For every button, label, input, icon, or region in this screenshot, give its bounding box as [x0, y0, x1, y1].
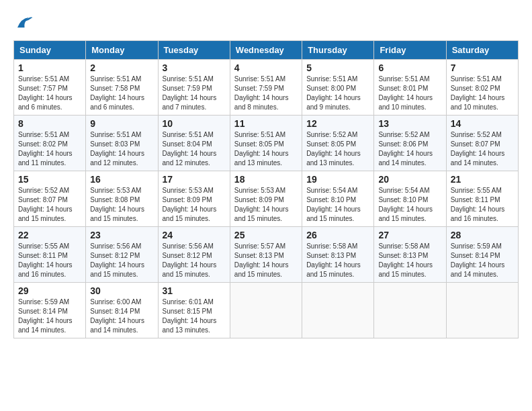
calendar-day-cell: 1Sunrise: 5:51 AMSunset: 7:57 PMDaylight… — [14, 60, 86, 116]
day-number: 22 — [18, 230, 81, 240]
day-number: 4 — [234, 62, 298, 73]
day-info: Sunrise: 5:51 AMSunset: 8:04 PMDaylight:… — [163, 130, 226, 168]
calendar-week-row: 29Sunrise: 5:59 AMSunset: 8:14 PMDayligh… — [14, 283, 519, 338]
calendar-day-cell: 11Sunrise: 5:51 AMSunset: 8:05 PMDayligh… — [230, 116, 302, 171]
calendar-day-cell — [230, 283, 302, 338]
day-info: Sunrise: 6:01 AMSunset: 8:15 PMDaylight:… — [163, 298, 226, 335]
day-number: 6 — [378, 62, 441, 73]
calendar-week-row: 15Sunrise: 5:52 AMSunset: 8:07 PMDayligh… — [14, 171, 519, 227]
day-info: Sunrise: 5:54 AMSunset: 8:10 PMDaylight:… — [378, 186, 441, 224]
day-number: 17 — [163, 174, 226, 185]
day-number: 18 — [234, 174, 298, 185]
day-info: Sunrise: 5:54 AMSunset: 8:10 PMDaylight:… — [306, 186, 369, 224]
calendar-day-cell: 2Sunrise: 5:51 AMSunset: 7:58 PMDaylight… — [86, 60, 158, 116]
day-number: 28 — [451, 230, 514, 240]
day-info: Sunrise: 5:56 AMSunset: 8:12 PMDaylight:… — [90, 242, 153, 279]
day-number: 24 — [163, 230, 226, 240]
calendar-day-cell: 19Sunrise: 5:54 AMSunset: 8:10 PMDayligh… — [302, 171, 374, 227]
calendar-day-cell: 28Sunrise: 5:59 AMSunset: 8:14 PMDayligh… — [446, 227, 518, 283]
day-info: Sunrise: 5:51 AMSunset: 8:02 PMDaylight:… — [451, 75, 514, 112]
calendar-day-cell: 20Sunrise: 5:54 AMSunset: 8:10 PMDayligh… — [374, 171, 446, 227]
day-of-week-header: Friday — [374, 41, 446, 60]
day-number: 20 — [378, 174, 441, 185]
day-info: Sunrise: 5:58 AMSunset: 8:13 PMDaylight:… — [306, 242, 369, 279]
day-number: 15 — [18, 174, 81, 185]
day-info: Sunrise: 5:51 AMSunset: 8:02 PMDaylight:… — [18, 130, 81, 168]
calendar-day-cell: 7Sunrise: 5:51 AMSunset: 8:02 PMDaylight… — [446, 60, 518, 116]
calendar-day-cell: 10Sunrise: 5:51 AMSunset: 8:04 PMDayligh… — [158, 116, 230, 171]
calendar-day-cell: 18Sunrise: 5:53 AMSunset: 8:09 PMDayligh… — [230, 171, 302, 227]
day-number: 25 — [234, 230, 298, 240]
logo — [13, 13, 36, 34]
day-number: 26 — [306, 230, 369, 240]
day-number: 11 — [234, 118, 298, 129]
day-number: 19 — [306, 174, 369, 185]
calendar-day-cell: 16Sunrise: 5:53 AMSunset: 8:08 PMDayligh… — [86, 171, 158, 227]
day-info: Sunrise: 5:51 AMSunset: 8:00 PMDaylight:… — [306, 75, 369, 112]
day-number: 9 — [90, 118, 153, 129]
calendar-day-cell: 8Sunrise: 5:51 AMSunset: 8:02 PMDaylight… — [14, 116, 86, 171]
calendar-header-row: SundayMondayTuesdayWednesdayThursdayFrid… — [14, 41, 519, 60]
day-info: Sunrise: 5:53 AMSunset: 8:09 PMDaylight:… — [163, 186, 226, 224]
calendar-day-cell: 23Sunrise: 5:56 AMSunset: 8:12 PMDayligh… — [86, 227, 158, 283]
day-number: 30 — [90, 285, 153, 296]
day-info: Sunrise: 5:55 AMSunset: 8:11 PMDaylight:… — [451, 186, 514, 224]
day-number: 13 — [378, 118, 441, 129]
calendar-day-cell: 14Sunrise: 5:52 AMSunset: 8:07 PMDayligh… — [446, 116, 518, 171]
page-header — [13, 13, 519, 34]
day-info: Sunrise: 5:57 AMSunset: 8:13 PMDaylight:… — [234, 242, 298, 279]
calendar-day-cell: 27Sunrise: 5:58 AMSunset: 8:13 PMDayligh… — [374, 227, 446, 283]
calendar-week-row: 8Sunrise: 5:51 AMSunset: 8:02 PMDaylight… — [14, 116, 519, 171]
day-number: 31 — [163, 285, 226, 296]
calendar-day-cell: 4Sunrise: 5:51 AMSunset: 7:59 PMDaylight… — [230, 60, 302, 116]
calendar-day-cell: 29Sunrise: 5:59 AMSunset: 8:14 PMDayligh… — [14, 283, 86, 338]
calendar-body: 1Sunrise: 5:51 AMSunset: 7:57 PMDaylight… — [14, 60, 519, 338]
day-number: 10 — [163, 118, 226, 129]
day-number: 23 — [90, 230, 153, 240]
day-info: Sunrise: 5:51 AMSunset: 7:57 PMDaylight:… — [18, 75, 81, 112]
day-info: Sunrise: 5:59 AMSunset: 8:14 PMDaylight:… — [18, 298, 81, 335]
day-number: 8 — [18, 118, 81, 129]
day-info: Sunrise: 5:53 AMSunset: 8:09 PMDaylight:… — [234, 186, 298, 224]
day-of-week-header: Wednesday — [230, 41, 302, 60]
calendar-day-cell — [446, 283, 518, 338]
calendar-day-cell: 9Sunrise: 5:51 AMSunset: 8:03 PMDaylight… — [86, 116, 158, 171]
day-info: Sunrise: 5:53 AMSunset: 8:08 PMDaylight:… — [90, 186, 153, 224]
day-info: Sunrise: 5:58 AMSunset: 8:13 PMDaylight:… — [378, 242, 441, 279]
day-info: Sunrise: 5:51 AMSunset: 8:05 PMDaylight:… — [234, 130, 298, 168]
day-number: 14 — [451, 118, 514, 129]
calendar-day-cell: 3Sunrise: 5:51 AMSunset: 7:59 PMDaylight… — [158, 60, 230, 116]
day-info: Sunrise: 5:52 AMSunset: 8:06 PMDaylight:… — [378, 130, 441, 168]
calendar-day-cell: 31Sunrise: 6:01 AMSunset: 8:15 PMDayligh… — [158, 283, 230, 338]
calendar-day-cell: 12Sunrise: 5:52 AMSunset: 8:05 PMDayligh… — [302, 116, 374, 171]
calendar-day-cell: 22Sunrise: 5:55 AMSunset: 8:11 PMDayligh… — [14, 227, 86, 283]
day-of-week-header: Tuesday — [158, 41, 230, 60]
calendar-day-cell — [374, 283, 446, 338]
day-number: 5 — [306, 62, 369, 73]
day-of-week-header: Monday — [86, 41, 158, 60]
calendar-day-cell: 30Sunrise: 6:00 AMSunset: 8:14 PMDayligh… — [86, 283, 158, 338]
calendar-day-cell: 17Sunrise: 5:53 AMSunset: 8:09 PMDayligh… — [158, 171, 230, 227]
calendar-day-cell: 26Sunrise: 5:58 AMSunset: 8:13 PMDayligh… — [302, 227, 374, 283]
day-number: 2 — [90, 62, 153, 73]
day-number: 7 — [451, 62, 514, 73]
calendar-day-cell: 21Sunrise: 5:55 AMSunset: 8:11 PMDayligh… — [446, 171, 518, 227]
calendar-table: SundayMondayTuesdayWednesdayThursdayFrid… — [13, 40, 519, 338]
day-info: Sunrise: 5:51 AMSunset: 7:59 PMDaylight:… — [234, 75, 298, 112]
day-of-week-header: Saturday — [446, 41, 518, 60]
calendar-week-row: 1Sunrise: 5:51 AMSunset: 7:57 PMDaylight… — [14, 60, 519, 116]
logo-icon — [13, 13, 34, 34]
day-info: Sunrise: 5:52 AMSunset: 8:05 PMDaylight:… — [306, 130, 369, 168]
calendar-day-cell: 6Sunrise: 5:51 AMSunset: 8:01 PMDaylight… — [374, 60, 446, 116]
calendar-day-cell: 25Sunrise: 5:57 AMSunset: 8:13 PMDayligh… — [230, 227, 302, 283]
day-number: 12 — [306, 118, 369, 129]
day-info: Sunrise: 5:51 AMSunset: 8:03 PMDaylight:… — [90, 130, 153, 168]
day-number: 21 — [451, 174, 514, 185]
calendar-week-row: 22Sunrise: 5:55 AMSunset: 8:11 PMDayligh… — [14, 227, 519, 283]
day-number: 1 — [18, 62, 81, 73]
day-of-week-header: Sunday — [14, 41, 86, 60]
day-of-week-header: Thursday — [302, 41, 374, 60]
day-number: 29 — [18, 285, 81, 296]
day-info: Sunrise: 5:55 AMSunset: 8:11 PMDaylight:… — [18, 242, 81, 279]
day-number: 3 — [163, 62, 226, 73]
